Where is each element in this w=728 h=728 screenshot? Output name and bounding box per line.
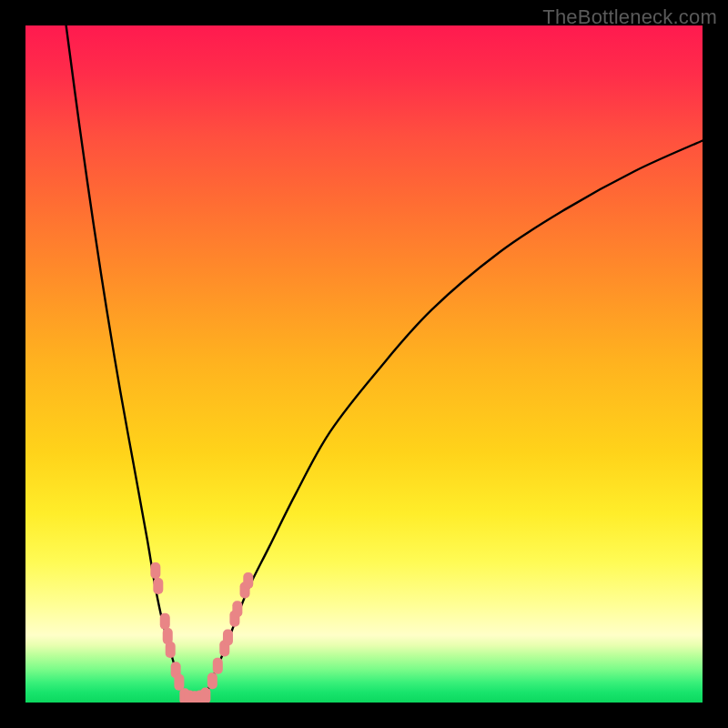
curve-right-branch bbox=[201, 140, 703, 699]
watermark-text: TheBottleneck.com bbox=[542, 5, 717, 29]
marker bbox=[232, 601, 242, 617]
marker bbox=[213, 658, 223, 674]
marker bbox=[200, 688, 210, 703]
marker bbox=[160, 613, 170, 630]
marker bbox=[223, 630, 233, 646]
chart-frame: TheBottleneck.com bbox=[0, 0, 728, 728]
marker bbox=[243, 572, 253, 589]
marker bbox=[207, 672, 217, 689]
marker bbox=[166, 642, 176, 658]
marker bbox=[150, 562, 160, 579]
marker bbox=[153, 578, 163, 594]
bottleneck-curve bbox=[66, 25, 703, 699]
marker bbox=[174, 674, 184, 691]
data-markers bbox=[150, 562, 253, 703]
chart-overlay bbox=[25, 25, 703, 703]
plot-area bbox=[25, 25, 703, 703]
curve-left-branch bbox=[66, 25, 188, 699]
